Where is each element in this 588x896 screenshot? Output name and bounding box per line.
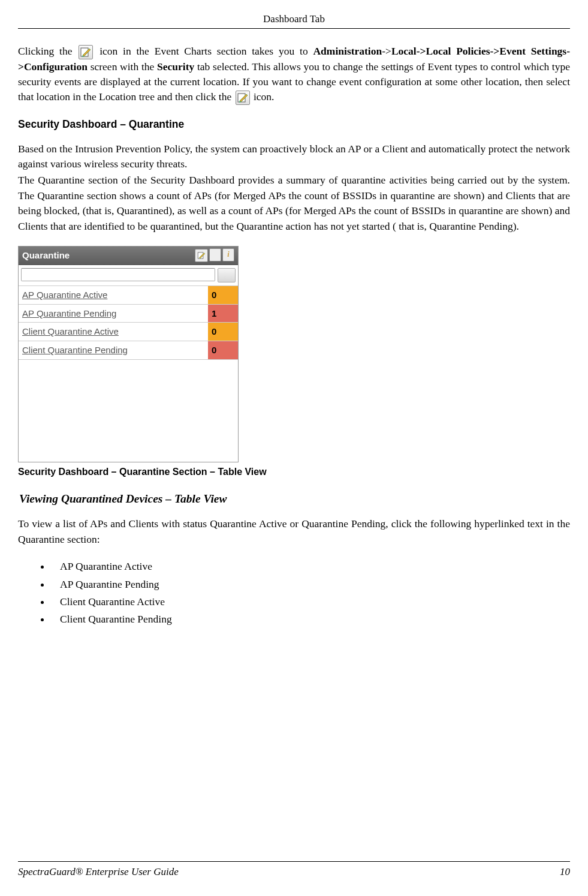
para: To view a list of APs and Clients with s… bbox=[18, 516, 570, 547]
quarantine-title: Quarantine bbox=[22, 249, 70, 262]
page-header: Dashboard Tab bbox=[18, 12, 570, 29]
quarantine-filter-row bbox=[19, 265, 238, 286]
edit-icon bbox=[79, 45, 93, 59]
intro-paragraph: Clicking the icon in the Event Charts se… bbox=[18, 44, 570, 106]
text: Clicking the bbox=[18, 45, 77, 57]
text: screen with the bbox=[91, 61, 157, 73]
filter-button[interactable] bbox=[218, 268, 236, 282]
subheading-viewing: Viewing Quarantined Devices – Table View bbox=[19, 491, 570, 507]
quarantine-desc: Based on the Intrusion Prevention Policy… bbox=[18, 142, 570, 234]
footer-left: SpectraGuard® Enterprise User Guide bbox=[18, 865, 179, 880]
row-value: 0 bbox=[208, 286, 238, 304]
row-value: 0 bbox=[208, 341, 238, 360]
list-item: Client Quarantine Active bbox=[51, 594, 570, 609]
row-label[interactable]: AP Quarantine Active bbox=[19, 286, 208, 304]
figure-caption: Security Dashboard – Quarantine Section … bbox=[18, 465, 570, 479]
list-item: AP Quarantine Active bbox=[51, 559, 570, 574]
table-row: Client Quarantine Pending 0 bbox=[19, 341, 238, 360]
sep: -> bbox=[382, 45, 391, 57]
table-row: AP Quarantine Pending 1 bbox=[19, 304, 238, 323]
row-value: 0 bbox=[208, 323, 238, 341]
text: icon. bbox=[254, 91, 275, 103]
panel-chart-icon[interactable] bbox=[209, 249, 221, 261]
page-footer: SpectraGuard® Enterprise User Guide 10 bbox=[18, 861, 570, 880]
row-label[interactable]: Client Quarantine Pending bbox=[19, 341, 208, 360]
path-admin: Administration bbox=[313, 45, 382, 57]
para: Based on the Intrusion Prevention Policy… bbox=[18, 142, 570, 172]
quarantine-table: AP Quarantine Active 0 AP Quarantine Pen… bbox=[19, 286, 238, 360]
row-label[interactable]: AP Quarantine Pending bbox=[19, 304, 208, 323]
list-item: Client Quarantine Pending bbox=[51, 612, 570, 627]
row-label[interactable]: Client Quarantine Active bbox=[19, 323, 208, 341]
edit-icon bbox=[236, 91, 250, 105]
viewing-paragraph: To view a list of APs and Clients with s… bbox=[18, 516, 570, 547]
para: The Quarantine section of the Security D… bbox=[18, 173, 570, 234]
quarantine-header: Quarantine i bbox=[19, 246, 238, 265]
table-row: AP Quarantine Active 0 bbox=[19, 286, 238, 304]
row-value: 1 bbox=[208, 304, 238, 323]
bullet-list: AP Quarantine Active AP Quarantine Pendi… bbox=[51, 559, 570, 627]
footer-page-number: 10 bbox=[560, 865, 570, 880]
panel-info-icon[interactable]: i bbox=[222, 249, 234, 261]
list-item: AP Quarantine Pending bbox=[51, 577, 570, 592]
text: icon in the Event Charts section takes y… bbox=[99, 45, 313, 57]
quarantine-empty-area bbox=[19, 360, 238, 462]
security-word: Security bbox=[157, 61, 194, 73]
panel-edit-icon[interactable] bbox=[195, 249, 208, 262]
filter-input[interactable] bbox=[21, 268, 215, 281]
quarantine-panel: Quarantine i AP Quarantine Active 0 AP Q… bbox=[18, 246, 239, 462]
heading-quarantine: Security Dashboard – Quarantine bbox=[18, 117, 570, 132]
table-row: Client Quarantine Active 0 bbox=[19, 323, 238, 341]
